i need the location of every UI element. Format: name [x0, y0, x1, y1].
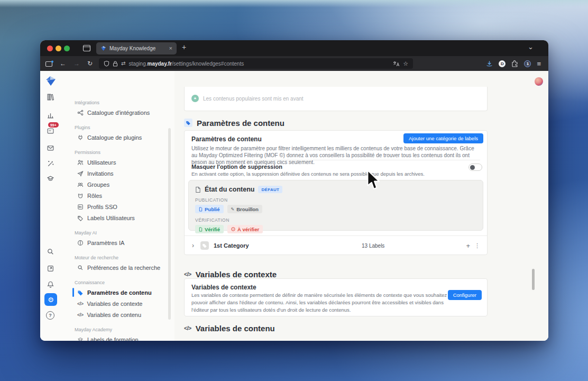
- code-icon: </>: [184, 271, 191, 277]
- tab-title: Mayday Knowledge: [109, 46, 166, 51]
- card-title: Paramètres de contenu: [191, 135, 262, 143]
- chevron-down-icon[interactable]: ⌄: [528, 43, 534, 51]
- sidebar-scrollbar[interactable]: [168, 128, 171, 320]
- settings-sidebar: Intégrations Catalogue d'intégrations Pl…: [61, 71, 174, 341]
- screenshot-window-icon[interactable]: [45, 60, 53, 67]
- group-icon: [77, 182, 84, 188]
- mouse-cursor: [367, 170, 381, 190]
- sidebar-item-groupes[interactable]: Groupes: [61, 179, 174, 190]
- translate-icon[interactable]: [393, 61, 400, 67]
- desktop-wallpaper: Mayday Knowledge × + ⌄ ← → ↻ ⇄ staging.m…: [0, 0, 588, 381]
- knowledge-base-icon[interactable]: [47, 93, 54, 101]
- sidebar-item-catalogue-plugins[interactable]: Catalogue de plugins: [61, 132, 174, 143]
- sidebar-item-roles[interactable]: Rôles: [61, 190, 174, 201]
- popular-contents-card: ★ Les contenus populaires sont mis en av…: [184, 87, 488, 111]
- main-scrollbar[interactable]: [532, 269, 535, 290]
- new-tab-button[interactable]: +: [182, 43, 186, 51]
- external-link-icon[interactable]: [47, 265, 54, 273]
- bell-icon[interactable]: [47, 280, 54, 288]
- url-text: staging.mayday.fr/settings/knowledges#co…: [128, 61, 244, 67]
- publication-group-label: PUBLICATION: [195, 197, 476, 203]
- sidebar-item-utilisateurs[interactable]: Utilisateurs: [61, 157, 174, 168]
- category-row[interactable]: › 1st Category 13 Labels + ⋮: [185, 235, 487, 255]
- shield-icon[interactable]: [104, 60, 109, 67]
- chip-publie[interactable]: Publié: [195, 205, 224, 213]
- content-state-card: État du contenu DÉFAUT PUBLICATION Publi…: [188, 180, 483, 231]
- extension-icon[interactable]: [511, 60, 518, 67]
- academy-cap-icon: [77, 337, 84, 341]
- default-badge: DÉFAUT: [258, 186, 282, 193]
- sidebar-item-profils-sso[interactable]: Profils SSO: [61, 201, 174, 212]
- bookmark-star-icon[interactable]: ☆: [403, 61, 408, 67]
- mail-icon[interactable]: [47, 144, 54, 152]
- add-label-category-button[interactable]: Ajouter une catégorie de labels: [403, 133, 483, 143]
- content-settings-card: Paramètres de contenu Ajouter une catégo…: [184, 130, 488, 255]
- close-window-button[interactable]: [47, 46, 53, 51]
- sidebar-section-permissions: Permissions: [75, 150, 174, 155]
- minimize-window-button[interactable]: [56, 46, 61, 51]
- academy-cap-icon[interactable]: [47, 175, 54, 183]
- kebab-menu-icon[interactable]: ⋮: [474, 242, 480, 249]
- lock-icon[interactable]: [113, 61, 118, 67]
- card-description: Les variables de contexte permettent de …: [191, 292, 451, 313]
- chip-a-verifier[interactable]: À vérifier: [227, 225, 263, 233]
- menu-icon[interactable]: ≡: [537, 60, 541, 67]
- search-engine-badge[interactable]: D: [499, 60, 506, 67]
- popular-icon: ★: [191, 95, 199, 102]
- category-labels-count: 13 Labels: [362, 243, 384, 249]
- sidebar-item-parametres-ia[interactable]: Paramètres IA: [61, 237, 174, 248]
- pencil-icon: ✎: [231, 207, 235, 212]
- sidebar-item-catalogue-integrations[interactable]: Catalogue d'intégrations: [61, 107, 174, 118]
- password-manager-icon[interactable]: 1: [524, 60, 531, 67]
- nav-rail: 99+ ⚙ ?: [40, 71, 61, 341]
- divider: [191, 160, 480, 160]
- url-bar[interactable]: ⇄ staging.mayday.fr/settings/knowledges#…: [99, 58, 413, 69]
- configure-button[interactable]: Configurer: [448, 290, 482, 300]
- notification-badge: 99+: [48, 122, 59, 128]
- chevron-right-icon[interactable]: ›: [192, 242, 194, 249]
- hide-delete-description: En activant cette option, la suppression…: [191, 171, 425, 177]
- magic-wand-icon[interactable]: [47, 160, 54, 168]
- sidebar-item-variables-contenu[interactable]: </> Variables de contenu: [61, 309, 174, 320]
- sidebar-item-preferences-recherche[interactable]: Préférences de la recherche: [61, 262, 174, 273]
- sidebar-item-invitations[interactable]: Invitations: [61, 168, 174, 179]
- hide-delete-toggle[interactable]: [468, 164, 482, 171]
- state-card-title: État du contenu: [205, 186, 254, 193]
- sidebar-item-parametres-contenu[interactable]: Paramètres de contenu: [61, 287, 174, 298]
- user-avatar[interactable]: [535, 77, 543, 86]
- main-content: ★ Les contenus populaires sont mis en av…: [174, 71, 548, 341]
- back-icon[interactable]: ←: [60, 60, 66, 67]
- browser-toolbar: ← → ↻ ⇄ staging.mayday.fr/settings/knowl…: [40, 56, 548, 71]
- doc-icon: [199, 207, 203, 212]
- sidebar-item-labels-utilisateurs[interactable]: Labels Utilisateurs: [61, 212, 174, 223]
- mayday-favicon: [100, 46, 106, 51]
- help-icon[interactable]: ?: [46, 311, 54, 320]
- code-icon: </>: [77, 312, 84, 318]
- popular-row-label: Les contenus populaires sont mis en avan…: [203, 96, 304, 102]
- context-variables-heading: </> Variables de contexte: [184, 269, 277, 279]
- chip-verifie[interactable]: Vérifié: [195, 225, 224, 233]
- plug-icon: [77, 134, 84, 141]
- document-icon: [195, 186, 201, 193]
- swap-arrows-icon[interactable]: ⇄: [121, 61, 125, 66]
- browser-tab[interactable]: Mayday Knowledge ×: [96, 42, 177, 55]
- tab-overview-icon[interactable]: [82, 44, 91, 52]
- search-icon[interactable]: [47, 248, 54, 256]
- code-icon: </>: [184, 325, 191, 331]
- zoom-window-button[interactable]: [64, 46, 70, 51]
- forward-icon[interactable]: →: [74, 60, 80, 67]
- settings-gear-active[interactable]: ⚙: [44, 293, 57, 306]
- content-settings-heading: Paramètres de contenu: [184, 117, 284, 128]
- reload-icon[interactable]: ↻: [87, 60, 93, 67]
- sidebar-item-variables-contexte[interactable]: </> Variables de contexte: [61, 298, 174, 309]
- chip-brouillon[interactable]: ✎ Brouillon: [227, 205, 262, 213]
- tag-heading-icon: [184, 119, 192, 127]
- content-icon[interactable]: [47, 127, 54, 135]
- add-label-icon[interactable]: +: [466, 242, 470, 250]
- close-tab-icon[interactable]: ×: [169, 46, 172, 51]
- hide-delete-title: Masquer l'option de suppression: [191, 164, 282, 170]
- sidebar-item-labels-formation[interactable]: Labels de formation: [61, 334, 174, 341]
- content-variables-heading: </> Variables de contenu: [184, 323, 275, 333]
- download-icon[interactable]: [486, 60, 493, 67]
- analytics-icon[interactable]: [47, 111, 54, 119]
